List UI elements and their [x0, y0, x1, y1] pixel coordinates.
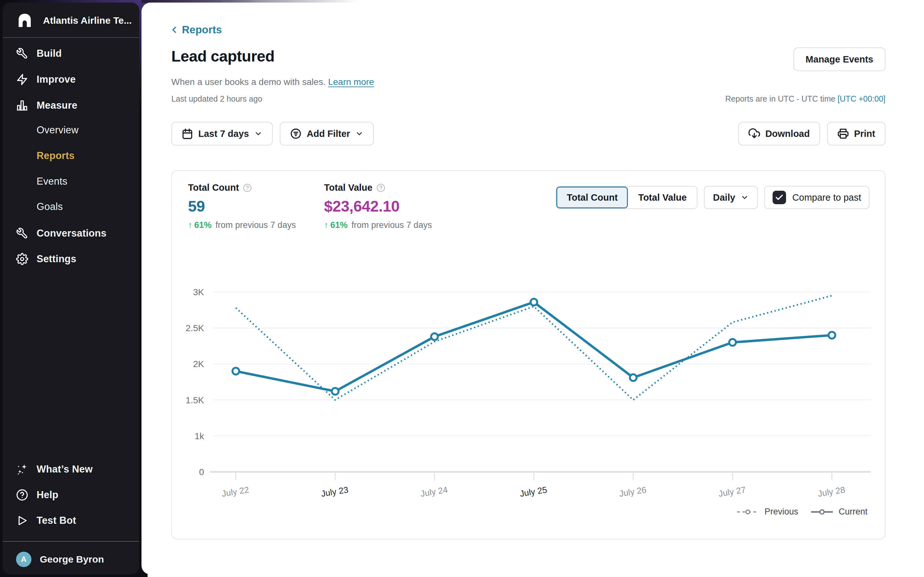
svg-text:1k: 1k — [194, 431, 204, 441]
date-range-label: Last 7 days — [198, 129, 249, 139]
app-window: Atlantis Airline Te... Build Improve Mea… — [0, 0, 924, 577]
svg-text:July 22: July 22 — [221, 485, 250, 499]
page-title: Lead captured — [171, 47, 275, 65]
add-filter-button[interactable]: Add Filter — [280, 122, 374, 145]
user-menu[interactable]: A George Byron — [3, 546, 139, 572]
sidebar-item-label: Goals — [37, 201, 63, 213]
chart-legend: Previous Current — [736, 507, 867, 517]
user-name: George Byron — [40, 554, 104, 565]
svg-text:0: 0 — [199, 467, 204, 477]
svg-text:July 27: July 27 — [718, 485, 746, 499]
svg-text:2K: 2K — [193, 359, 204, 369]
date-range-button[interactable]: Last 7 days — [171, 122, 273, 145]
sidebar-item-label: Reports — [37, 150, 75, 161]
svg-text:July 28: July 28 — [817, 485, 846, 499]
sidebar-item-label: Conversations — [37, 227, 107, 239]
sidebar-item-goals[interactable]: Goals — [3, 194, 139, 219]
add-filter-label: Add Filter — [307, 129, 350, 139]
avatar: A — [16, 552, 31, 567]
toolbar-left: Last 7 days Add Filter — [171, 122, 374, 145]
timezone-link[interactable]: [UTC +00:00] — [838, 94, 885, 103]
wrench-icon — [16, 227, 28, 239]
sidebar-item-label: Events — [37, 176, 67, 187]
svg-text:July 26: July 26 — [619, 485, 647, 499]
download-label: Download — [765, 129, 810, 139]
app-logo-icon — [16, 11, 35, 30]
svg-text:July 24: July 24 — [420, 485, 448, 499]
sidebar-item-label: Help — [37, 489, 58, 501]
sidebar-divider-bottom — [3, 541, 139, 542]
sidebar-divider-top — [3, 37, 139, 38]
gear-icon — [16, 253, 28, 265]
manage-events-button[interactable]: Manage Events — [793, 47, 885, 71]
learn-more-link[interactable]: Learn more — [328, 77, 374, 87]
last-updated: Last updated 2 hours ago — [171, 94, 262, 103]
report-description: When a user books a demo with sales. Lea… — [171, 77, 374, 87]
timezone-note: Reports are in UTC - UTC time [UTC +00:0… — [725, 94, 885, 103]
legend-current: Current — [811, 507, 867, 517]
sidebar-item-improve[interactable]: Improve — [3, 67, 139, 92]
legend-previous: Previous — [736, 507, 798, 517]
chevron-down-icon — [355, 129, 363, 138]
print-button[interactable]: Print — [827, 122, 885, 145]
help-circle-icon — [16, 489, 28, 501]
download-button[interactable]: Download — [738, 122, 820, 145]
play-icon — [16, 514, 28, 527]
bar-chart-icon — [16, 99, 28, 111]
chart-canvas: 01k1.5K2K2.5K3KJuly 22July 23July 24July… — [172, 171, 886, 540]
description-text: When a user books a demo with sales. — [171, 77, 326, 87]
sidebar-item-help[interactable]: Help — [3, 482, 139, 508]
sidebar-item-build[interactable]: Build — [3, 41, 139, 66]
sidebar-item-settings[interactable]: Settings — [3, 246, 139, 272]
svg-text:3K: 3K — [193, 287, 204, 297]
sidebar-item-reports[interactable]: Reports — [3, 143, 139, 169]
zap-icon — [16, 73, 28, 85]
calendar-icon — [182, 128, 193, 139]
sidebar-item-events[interactable]: Events — [3, 169, 139, 194]
sidebar-item-label: Measure — [37, 100, 78, 111]
legend-label: Previous — [764, 507, 798, 517]
sidebar-item-label: What’s New — [37, 464, 93, 475]
svg-text:July 25: July 25 — [519, 485, 548, 499]
sidebar-item-test-bot[interactable]: Test Bot — [3, 508, 139, 533]
sidebar-item-label: Improve — [37, 74, 76, 85]
sidebar-item-label: Build — [37, 48, 62, 59]
download-cloud-icon — [748, 128, 760, 139]
report-card: Total Count 59 ↑61% from previous 7 days… — [171, 170, 885, 540]
filter-icon — [290, 128, 302, 139]
dashed-line-marker-icon — [736, 509, 759, 514]
sidebar: Atlantis Airline Te... Build Improve Mea… — [3, 3, 139, 574]
sidebar-item-label: Overview — [37, 124, 79, 136]
line-chart: 01k1.5K2K2.5K3KJuly 22July 23July 24July… — [172, 171, 886, 540]
sidebar-item-whats-new[interactable]: What’s New — [3, 456, 139, 482]
toolbar-right: Download Print — [738, 122, 885, 145]
main-panel: Reports Lead captured When a user books … — [142, 3, 924, 574]
printer-icon — [837, 128, 849, 139]
legend-label: Current — [838, 507, 867, 517]
breadcrumb-back[interactable]: Reports — [169, 24, 222, 36]
breadcrumb-label: Reports — [182, 24, 222, 36]
svg-text:July 23: July 23 — [320, 485, 349, 499]
timezone-text: Reports are in UTC - UTC time — [725, 94, 835, 103]
wrench-icon — [16, 47, 28, 60]
sidebar-item-label: Settings — [37, 253, 76, 265]
svg-text:2.5K: 2.5K — [186, 323, 204, 333]
sidebar-item-measure[interactable]: Measure — [3, 93, 139, 118]
chevron-down-icon — [254, 129, 262, 138]
solid-line-marker-icon — [811, 509, 834, 514]
sparkles-icon — [16, 463, 28, 475]
workspace-name: Atlantis Airline Te... — [43, 15, 132, 26]
svg-text:1.5K: 1.5K — [186, 395, 204, 405]
print-label: Print — [854, 129, 875, 139]
sidebar-item-overview[interactable]: Overview — [3, 117, 139, 143]
sidebar-item-label: Test Bot — [37, 515, 76, 526]
sidebar-item-conversations[interactable]: Conversations — [3, 221, 139, 246]
workspace-switcher[interactable]: Atlantis Airline Te... — [3, 9, 139, 32]
chevron-left-icon — [169, 25, 179, 35]
